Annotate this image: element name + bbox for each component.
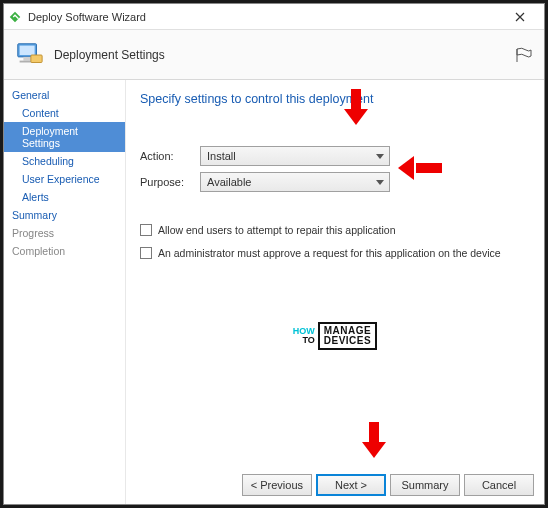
banner-title: Deployment Settings [54,48,514,62]
nav-item-content[interactable]: Content [4,104,125,122]
repair-checkbox[interactable] [140,224,152,236]
repair-checkbox-label: Allow end users to attempt to repair thi… [158,224,396,236]
wizard-banner: Deployment Settings [4,30,544,80]
wizard-buttons: < Previous Next > Summary Cancel [242,474,534,496]
wizard-nav: General Content Deployment Settings Sche… [4,80,126,504]
action-row: Action: Install [140,146,530,166]
nav-group-summary[interactable]: Summary [4,206,125,224]
content-pane: Specify settings to control this deploym… [126,80,544,504]
approve-checkbox[interactable] [140,247,152,259]
action-value: Install [207,150,236,162]
nav-item-completion: Completion [4,242,125,260]
previous-button[interactable]: < Previous [242,474,312,496]
close-button[interactable] [500,5,540,29]
purpose-row: Purpose: Available [140,172,530,192]
purpose-label: Purpose: [140,176,200,188]
purpose-dropdown[interactable]: Available [200,172,390,192]
action-label: Action: [140,150,200,162]
page-heading: Specify settings to control this deploym… [140,92,530,106]
purpose-value: Available [207,176,251,188]
nav-item-alerts[interactable]: Alerts [4,188,125,206]
help-flag-icon[interactable] [514,47,534,63]
watermark-logo: HOW TO MANAGE DEVICES [140,322,530,350]
annotation-arrow-action [344,89,368,127]
nav-group-general[interactable]: General [4,86,125,104]
svg-rect-2 [23,56,31,60]
wizard-body: General Content Deployment Settings Sche… [4,80,544,504]
svg-rect-1 [20,45,35,54]
approve-checkbox-row: An administrator must approve a request … [140,247,530,259]
nav-item-progress: Progress [4,224,125,242]
window-title: Deploy Software Wizard [28,11,500,23]
svg-rect-4 [31,55,42,63]
computer-icon [14,40,44,70]
watermark-devices: DEVICES [324,336,371,346]
app-icon [8,10,22,24]
annotation-arrow-next [362,422,386,460]
annotation-arrow-purpose [398,156,442,180]
approve-checkbox-label: An administrator must approve a request … [158,247,501,259]
nav-item-scheduling[interactable]: Scheduling [4,152,125,170]
repair-checkbox-row: Allow end users to attempt to repair thi… [140,224,530,236]
titlebar: Deploy Software Wizard [4,4,544,30]
deploy-software-wizard-window: Deploy Software Wizard Deployment Settin… [3,3,545,505]
summary-button[interactable]: Summary [390,474,460,496]
cancel-button[interactable]: Cancel [464,474,534,496]
nav-item-user-experience[interactable]: User Experience [4,170,125,188]
action-dropdown[interactable]: Install [200,146,390,166]
nav-item-deployment-settings[interactable]: Deployment Settings [4,122,125,152]
watermark-to: TO [293,336,315,345]
next-button[interactable]: Next > [316,474,386,496]
